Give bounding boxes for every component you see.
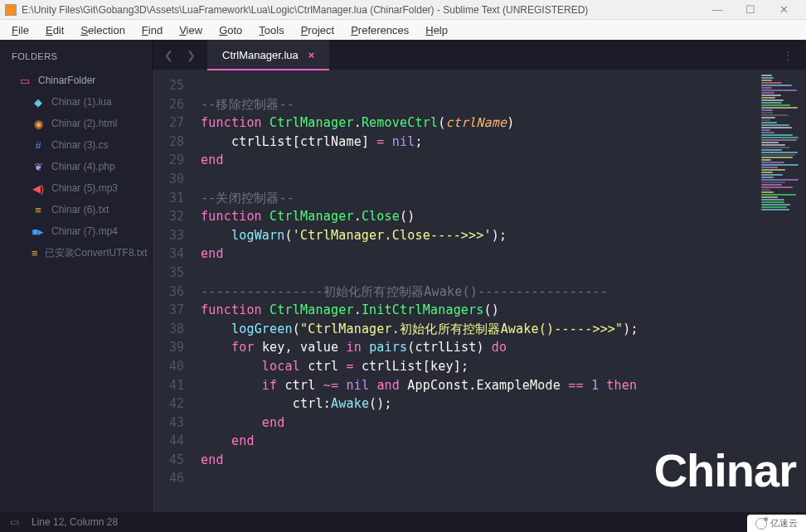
sidebar-item-label: Chinar (7).mp4 xyxy=(51,225,118,237)
sidebar-item[interactable]: ◉Chinar (2).html xyxy=(0,113,152,134)
tab-label: CtrlManager.lua xyxy=(222,49,299,61)
sidebar-item-label: Chinar (6).txt xyxy=(51,204,109,215)
sidebar-item-label: Chinar (5).mp3 xyxy=(51,182,118,194)
editor-area: ❮ ❯ CtrlManager.lua × ⋮ 2526272829303132… xyxy=(153,40,806,512)
menu-find[interactable]: Find xyxy=(135,22,169,38)
sidebar-item-label: Chinar (4).php xyxy=(51,161,115,172)
status-position[interactable]: Line 12, Column 28 xyxy=(32,516,118,528)
html-icon: ◉ xyxy=(32,117,45,130)
minimap-content xyxy=(761,75,801,211)
tab-bar: ❮ ❯ CtrlManager.lua × ⋮ xyxy=(153,40,806,70)
mp4-icon: ■▸ xyxy=(32,225,45,238)
corner-label: 亿速云 xyxy=(770,517,798,530)
line-gutter: 2526272829303132333435363738394041424344… xyxy=(153,70,192,512)
tab-overflow-button[interactable]: ⋮ xyxy=(771,49,806,61)
close-button[interactable]: ✕ xyxy=(773,3,794,16)
tab-next-button[interactable]: ❯ xyxy=(182,46,201,65)
lua-icon: ◆ xyxy=(32,95,45,109)
sidebar-item-label: Chinar (3).cs xyxy=(51,139,109,151)
window-buttons: — ☐ ✕ xyxy=(706,3,801,16)
menu-file[interactable]: File xyxy=(5,22,36,38)
tab-nav: ❮ ❯ xyxy=(153,46,207,65)
menu-project[interactable]: Project xyxy=(294,22,341,38)
folder-icon: ▭ xyxy=(18,74,32,87)
tab-ctrlmanager[interactable]: CtrlManager.lua × xyxy=(207,40,329,70)
sidebar: FOLDERS ▭ ChinarFolder ◆Chinar (1).lua◉C… xyxy=(0,40,153,512)
menu-bar: File Edit Selection Find View Goto Tools… xyxy=(0,20,806,40)
sidebar-item[interactable]: ≡Chinar (6).txt xyxy=(0,199,152,220)
status-bar: ▭ Line 12, Column 28 Spaces: 4 xyxy=(0,512,806,532)
app-icon xyxy=(5,4,17,16)
minimap[interactable] xyxy=(756,70,806,512)
logo-icon xyxy=(755,518,767,530)
panel-toggle-icon[interactable]: ▭ xyxy=(8,516,20,528)
other-icon: ≡ xyxy=(32,247,38,260)
menu-tools[interactable]: Tools xyxy=(252,22,290,38)
sidebar-header: FOLDERS xyxy=(0,48,152,70)
menu-goto[interactable]: Goto xyxy=(212,22,249,38)
tab-close-icon[interactable]: × xyxy=(308,49,315,61)
php-icon: ❦ xyxy=(32,160,45,173)
main-area: FOLDERS ▭ ChinarFolder ◆Chinar (1).lua◉C… xyxy=(0,40,806,512)
sidebar-folder[interactable]: ▭ ChinarFolder xyxy=(0,70,152,91)
menu-help[interactable]: Help xyxy=(419,22,454,38)
mp3-icon: ◀) xyxy=(32,181,45,195)
menu-edit[interactable]: Edit xyxy=(39,22,70,38)
sidebar-item-label: Chinar (2).html xyxy=(51,118,117,129)
tab-prev-button[interactable]: ❮ xyxy=(159,46,178,65)
menu-view[interactable]: View xyxy=(172,22,209,38)
sidebar-item[interactable]: ◆Chinar (1).lua xyxy=(0,91,152,113)
sidebar-folder-label: ChinarFolder xyxy=(38,75,95,86)
code-area[interactable]: 2526272829303132333435363738394041424344… xyxy=(153,70,806,512)
sidebar-item[interactable]: #Chinar (3).cs xyxy=(0,134,152,156)
cs-icon: # xyxy=(32,138,45,152)
sidebar-item[interactable]: ◀)Chinar (5).mp3 xyxy=(0,177,152,199)
sidebar-item[interactable]: ❦Chinar (4).php xyxy=(0,156,152,177)
menu-preferences[interactable]: Preferences xyxy=(344,22,415,38)
maximize-button[interactable]: ☐ xyxy=(740,3,761,16)
window-title: E:\Unity Files\Git\Gobang3D\Assets\LuaFr… xyxy=(22,4,706,16)
minimize-button[interactable]: — xyxy=(706,3,728,16)
tabs: CtrlManager.lua × xyxy=(207,40,771,70)
txt-icon: ≡ xyxy=(32,203,45,216)
sidebar-item[interactable]: ≡已安装ConvertUTF8.txt xyxy=(0,242,152,264)
file-tree: ◆Chinar (1).lua◉Chinar (2).html#Chinar (… xyxy=(0,91,152,264)
sidebar-item-label: Chinar (1).lua xyxy=(51,96,112,108)
code-content[interactable]: --移除控制器--function CtrlManager.RemoveCtrl… xyxy=(192,70,756,512)
menu-selection[interactable]: Selection xyxy=(74,22,131,38)
sidebar-item[interactable]: ■▸Chinar (7).mp4 xyxy=(0,220,152,242)
title-bar: E:\Unity Files\Git\Gobang3D\Assets\LuaFr… xyxy=(0,0,806,20)
corner-logo: 亿速云 xyxy=(747,515,806,532)
sidebar-item-label: 已安装ConvertUTF8.txt xyxy=(45,246,148,260)
